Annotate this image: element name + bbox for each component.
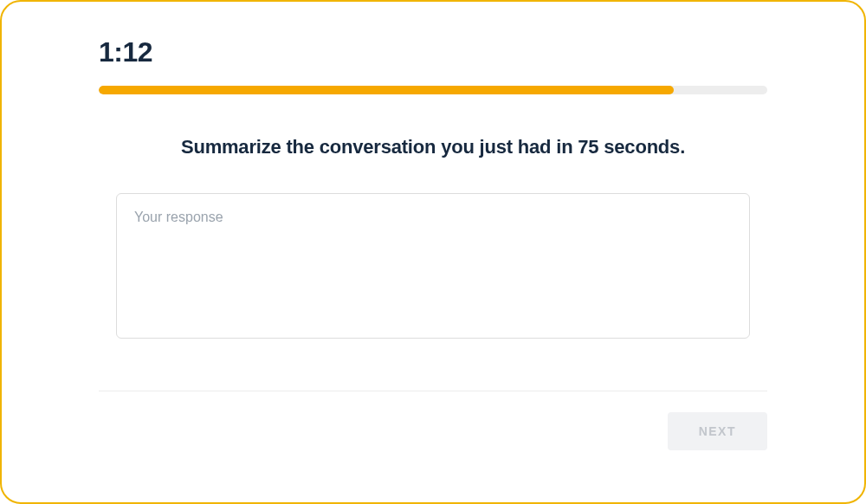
- progress-fill: [99, 86, 674, 94]
- prompt-text: Summarize the conversation you just had …: [36, 136, 830, 158]
- response-input[interactable]: [116, 193, 750, 339]
- progress-track: [99, 86, 767, 94]
- task-card: 1:12 Summarize the conversation you just…: [0, 0, 866, 504]
- progress-bar: [99, 86, 767, 94]
- response-wrapper: [116, 193, 750, 342]
- divider: [99, 391, 767, 391]
- timer-display: 1:12: [99, 36, 830, 68]
- footer: NEXT: [99, 412, 767, 450]
- next-button[interactable]: NEXT: [668, 412, 767, 450]
